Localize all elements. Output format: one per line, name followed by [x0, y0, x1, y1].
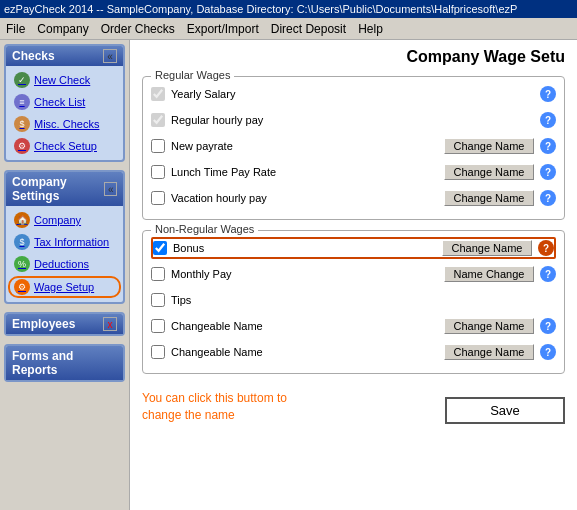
- changeable-name-1-checkbox[interactable]: [151, 319, 165, 333]
- vacation-pay-label: Vacation hourly pay: [171, 192, 438, 204]
- vacation-pay-row: Vacation hourly pay Change Name ?: [151, 187, 556, 209]
- sidebar-check-list-label: Check List: [34, 96, 85, 108]
- non-regular-wages-label: Non-Regular Wages: [151, 223, 258, 235]
- hourly-help-icon[interactable]: ?: [540, 112, 556, 128]
- changeable-name-1-change-btn[interactable]: Change Name: [444, 318, 534, 334]
- sidebar-item-tax-info[interactable]: $ Tax Information: [8, 232, 121, 252]
- hourly-pay-checkbox[interactable]: [151, 113, 165, 127]
- menu-file[interactable]: File: [6, 22, 25, 36]
- sidebar-forms-section: Forms and Reports: [4, 344, 125, 382]
- menu-help[interactable]: Help: [358, 22, 383, 36]
- sidebar-item-company[interactable]: 🏠 Company: [8, 210, 121, 230]
- sidebar-item-deductions[interactable]: % Deductions: [8, 254, 121, 274]
- changeable-name-2-row: Changeable Name Change Name ?: [151, 341, 556, 363]
- changeable-2-help-icon[interactable]: ?: [540, 344, 556, 360]
- bonus-help-icon[interactable]: ?: [538, 240, 554, 256]
- new-check-icon: ✓: [14, 72, 30, 88]
- sidebar-item-check-setup[interactable]: ⚙ Check Setup: [8, 136, 121, 156]
- lunch-pay-label: Lunch Time Pay Rate: [171, 166, 438, 178]
- monthly-pay-checkbox[interactable]: [151, 267, 165, 281]
- sidebar-employees-section: Employees x: [4, 312, 125, 336]
- lunch-help-icon[interactable]: ?: [540, 164, 556, 180]
- tooltip-text: You can click this buttom to change the …: [142, 390, 312, 424]
- monthly-pay-label: Monthly Pay: [171, 268, 438, 280]
- sidebar-tax-label: Tax Information: [34, 236, 109, 248]
- changeable-name-2-change-btn[interactable]: Change Name: [444, 344, 534, 360]
- hourly-pay-label: Regular hourly pay: [171, 114, 534, 126]
- sidebar-wage-setup-label: Wage Setup: [34, 281, 94, 293]
- wage-setup-icon: ⚙: [14, 279, 30, 295]
- changeable-name-1-row: Changeable Name Change Name ?: [151, 315, 556, 337]
- sidebar-company-content: 🏠 Company $ Tax Information % Deductions…: [6, 206, 123, 302]
- new-payrate-change-btn[interactable]: Change Name: [444, 138, 534, 154]
- sidebar-item-misc-checks[interactable]: $ Misc. Checks: [8, 114, 121, 134]
- sidebar-item-check-list[interactable]: ≡ Check List: [8, 92, 121, 112]
- sidebar-checks-section: Checks « ✓ New Check ≡ Check List $ Misc…: [4, 44, 125, 162]
- sidebar-company-item-label: Company: [34, 214, 81, 226]
- menu-company[interactable]: Company: [37, 22, 88, 36]
- sidebar-misc-checks-label: Misc. Checks: [34, 118, 99, 130]
- save-button[interactable]: Save: [445, 397, 565, 424]
- sidebar-employees-header: Employees x: [6, 314, 123, 334]
- lunch-pay-row: Lunch Time Pay Rate Change Name ?: [151, 161, 556, 183]
- bonus-label: Bonus: [173, 242, 436, 254]
- sidebar-new-check-label: New Check: [34, 74, 90, 86]
- monthly-pay-row: Monthly Pay Name Change ?: [151, 263, 556, 285]
- check-list-icon: ≡: [14, 94, 30, 110]
- non-regular-wages-group: Non-Regular Wages Bonus Change Name ? Mo…: [142, 230, 565, 374]
- changeable-name-2-checkbox[interactable]: [151, 345, 165, 359]
- sidebar-company-collapse[interactable]: «: [104, 182, 117, 196]
- menu-order-checks[interactable]: Order Checks: [101, 22, 175, 36]
- sidebar-checks-header: Checks «: [6, 46, 123, 66]
- yearly-salary-label: Yearly Salary: [171, 88, 534, 100]
- vacation-pay-checkbox[interactable]: [151, 191, 165, 205]
- sidebar-employees-label: Employees: [12, 317, 75, 331]
- title-bar: ezPayCheck 2014 -- SampleCompany, Databa…: [0, 0, 577, 18]
- changeable-name-2-label: Changeable Name: [171, 346, 438, 358]
- menu-bar: File Company Order Checks Export/Import …: [0, 18, 577, 40]
- sidebar-checks-content: ✓ New Check ≡ Check List $ Misc. Checks …: [6, 66, 123, 160]
- yearly-help-icon[interactable]: ?: [540, 86, 556, 102]
- bonus-row: Bonus Change Name ?: [151, 237, 556, 259]
- check-setup-icon: ⚙: [14, 138, 30, 154]
- bonus-checkbox[interactable]: [153, 241, 167, 255]
- sidebar-checks-collapse[interactable]: «: [103, 49, 117, 63]
- sidebar-company-label: Company Settings: [12, 175, 104, 203]
- content-area: Company Wage Setu Regular Wages Yearly S…: [130, 40, 577, 510]
- sidebar-item-wage-setup[interactable]: ⚙ Wage Setup: [8, 276, 121, 298]
- new-payrate-checkbox[interactable]: [151, 139, 165, 153]
- main-layout: Checks « ✓ New Check ≡ Check List $ Misc…: [0, 40, 577, 510]
- sidebar-item-new-check[interactable]: ✓ New Check: [8, 70, 121, 90]
- lunch-pay-checkbox[interactable]: [151, 165, 165, 179]
- monthly-help-icon[interactable]: ?: [540, 266, 556, 282]
- yearly-salary-row: Yearly Salary ?: [151, 83, 556, 105]
- bonus-change-btn[interactable]: Change Name: [442, 240, 532, 256]
- menu-direct-deposit[interactable]: Direct Deposit: [271, 22, 346, 36]
- changeable-name-1-label: Changeable Name: [171, 320, 438, 332]
- misc-checks-icon: $: [14, 116, 30, 132]
- vacation-help-icon[interactable]: ?: [540, 190, 556, 206]
- tips-row: Tips: [151, 289, 556, 311]
- regular-wages-label: Regular Wages: [151, 69, 234, 81]
- title-text: ezPayCheck 2014 -- SampleCompany, Databa…: [4, 3, 517, 15]
- new-payrate-row: New payrate Change Name ?: [151, 135, 556, 157]
- deductions-icon: %: [14, 256, 30, 272]
- sidebar-employees-close[interactable]: x: [103, 317, 117, 331]
- menu-export-import[interactable]: Export/Import: [187, 22, 259, 36]
- bottom-area: You can click this buttom to change the …: [142, 384, 565, 424]
- hourly-pay-row: Regular hourly pay ?: [151, 109, 556, 131]
- tips-checkbox[interactable]: [151, 293, 165, 307]
- regular-wages-group: Regular Wages Yearly Salary ? Regular ho…: [142, 76, 565, 220]
- lunch-pay-change-btn[interactable]: Change Name: [444, 164, 534, 180]
- tax-icon: $: [14, 234, 30, 250]
- changeable-1-help-icon[interactable]: ?: [540, 318, 556, 334]
- vacation-pay-change-btn[interactable]: Change Name: [444, 190, 534, 206]
- yearly-salary-checkbox[interactable]: [151, 87, 165, 101]
- tips-label: Tips: [171, 294, 556, 306]
- new-payrate-help-icon[interactable]: ?: [540, 138, 556, 154]
- monthly-pay-change-btn[interactable]: Name Change: [444, 266, 534, 282]
- sidebar-check-setup-label: Check Setup: [34, 140, 97, 152]
- new-payrate-label: New payrate: [171, 140, 438, 152]
- page-title: Company Wage Setu: [142, 48, 565, 66]
- sidebar: Checks « ✓ New Check ≡ Check List $ Misc…: [0, 40, 130, 510]
